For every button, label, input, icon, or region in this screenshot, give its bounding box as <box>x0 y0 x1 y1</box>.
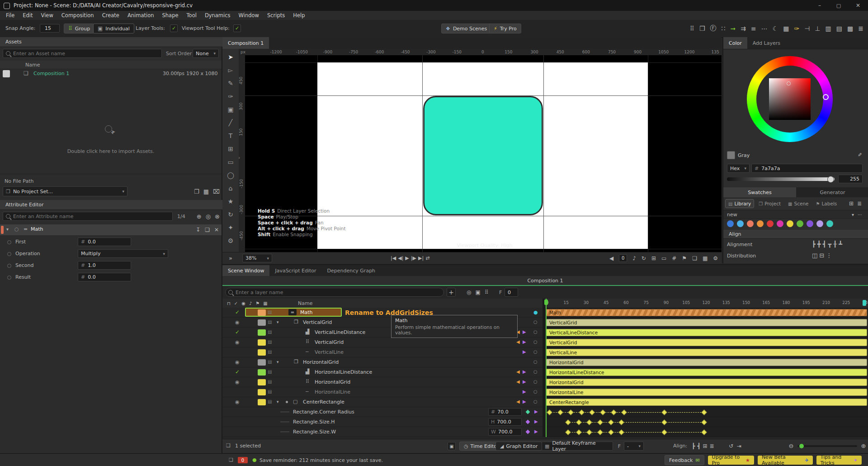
layer-row[interactable]: ◉▤⠿VerticalGrid◀▶○ <box>222 338 542 347</box>
attribute-search-input[interactable] <box>13 213 158 220</box>
project-set-dropdown[interactable]: ❐ No Project Set... ▾ <box>3 186 127 196</box>
audio-column-icon[interactable]: ♪ <box>249 301 252 306</box>
flag-column-icon[interactable]: ⚑ <box>255 301 259 306</box>
keyframe-diamond[interactable] <box>587 429 593 435</box>
keyframe-diamond[interactable] <box>611 409 617 415</box>
rotate-tool[interactable]: ↻ <box>223 209 238 220</box>
link-filter-icon[interactable]: ▣ <box>475 289 480 295</box>
solo-circle[interactable]: ○ <box>533 389 538 394</box>
ellipse-tool[interactable]: ◯ <box>223 170 238 181</box>
menu-create[interactable]: Create <box>98 11 123 20</box>
second-input[interactable]: #1.0 <box>78 261 131 270</box>
tab-scene-window[interactable]: Scene Window <box>222 265 269 276</box>
next-keyframe-icon[interactable]: ▶ <box>534 429 538 434</box>
menu-scripts[interactable]: Scripts <box>263 11 289 20</box>
attribute-value-box[interactable]: H700.0 <box>488 418 522 426</box>
layer-name[interactable]: CenterRectangle <box>303 399 344 405</box>
layer-name[interactable]: VerticalGrid <box>303 319 332 325</box>
alpha-slider-handle[interactable] <box>827 176 834 183</box>
arc-icon[interactable]: ☾ <box>773 25 778 32</box>
hue-indicator[interactable] <box>823 94 829 100</box>
layer-row[interactable]: ◉▤⠿HorizontalGrid◀▶○ <box>222 377 542 387</box>
timeline-track-row[interactable] <box>545 407 868 417</box>
draw-icon[interactable]: ✑ <box>794 25 799 32</box>
render-toggle-icon[interactable]: ▤ <box>268 359 272 364</box>
next-keyframe-icon[interactable]: ▶ <box>523 329 526 334</box>
loop-button[interactable]: ⇄ <box>425 255 429 261</box>
zoom-in-icon[interactable]: ⊕ <box>860 442 867 449</box>
attribute-value-box[interactable]: #70.0 <box>488 408 522 416</box>
popout-icon[interactable]: ❏ <box>205 227 210 233</box>
menu-shape[interactable]: Shape <box>158 11 183 20</box>
group-toggle-button[interactable]: ⠿ Group <box>64 24 94 33</box>
result-input[interactable]: #0.0 <box>78 273 131 281</box>
render-toggle-icon[interactable]: ▤ <box>268 329 272 334</box>
kf-align-right-icon[interactable]: ┫ <box>697 443 700 449</box>
frame-step-icon[interactable]: ◀ <box>609 255 613 262</box>
tab-add-layers[interactable]: Add Layers <box>747 37 786 49</box>
keyframe-diamond[interactable] <box>701 419 707 425</box>
keyframe-diamond[interactable] <box>701 429 707 435</box>
operation-dropdown[interactable]: Multiply▾ <box>78 249 168 258</box>
layer-color-swatch[interactable] <box>258 329 266 336</box>
tab-color[interactable]: Color <box>723 37 747 49</box>
frame-icon[interactable]: Ⓕ <box>710 24 717 33</box>
layer-track-bar[interactable]: HorizontalLineDistance <box>546 369 867 376</box>
frame-field-value[interactable]: 0 <box>505 288 518 297</box>
timeline-track-row[interactable] <box>545 427 868 437</box>
rectangle-tool[interactable]: ▭ <box>223 157 238 167</box>
menu-view[interactable]: View <box>37 11 57 20</box>
error-count-badge[interactable]: 0 <box>238 457 248 463</box>
group-collapse-icon[interactable]: ▾ <box>852 212 854 217</box>
layer-row[interactable]: ▤┄VerticalLine▶○ <box>222 347 542 357</box>
align-center-v-icon[interactable]: ╂ <box>833 241 837 247</box>
render-toggle-icon[interactable]: ▤ <box>268 349 272 354</box>
polygon-tool[interactable]: ⌂ <box>223 183 238 194</box>
render-toggle-icon[interactable]: ▤ <box>268 399 272 404</box>
layer-track-bar[interactable]: VerticalGrid <box>546 339 867 346</box>
keyframe-diamond[interactable] <box>661 419 667 425</box>
pen-tool[interactable]: ✑ <box>223 91 238 102</box>
tab-library[interactable]: ▤Library <box>725 199 754 208</box>
color-wheel[interactable] <box>747 56 833 142</box>
timeline-track-row[interactable]: HorizontalLine <box>545 387 868 397</box>
guides-icon[interactable]: # <box>672 255 676 262</box>
next-keyframe-icon[interactable]: ▶ <box>523 389 526 394</box>
swatch-group-header[interactable]: new ▾⋯ <box>723 210 868 219</box>
keyframe-diamond[interactable] <box>621 409 627 415</box>
keyframe-diamond[interactable] <box>597 429 603 435</box>
color-swatch[interactable] <box>816 220 823 227</box>
render-toggle-icon[interactable]: ▤ <box>268 389 272 394</box>
next-keyframe-icon[interactable]: ▶ <box>523 379 526 384</box>
next-keyframe-icon[interactable]: ▶ <box>523 399 526 404</box>
kf-snap-icon[interactable]: ⇥ <box>737 443 741 449</box>
render-toggle-icon[interactable]: ▤ <box>268 369 272 374</box>
prev-keyframe-icon[interactable]: ◀ <box>516 379 520 384</box>
timeline-ruler[interactable]: 0153045607590105120135150165180195210225… <box>545 299 868 308</box>
keyframe-diamond[interactable] <box>587 419 593 425</box>
attribute-value-box[interactable]: W700.0 <box>488 428 522 436</box>
keyframe-diamond[interactable] <box>618 419 624 425</box>
set-project-icon[interactable]: ▦ <box>203 188 209 195</box>
layer-track-bar[interactable]: VerticalLine <box>546 349 867 356</box>
layer-enable-checkbox[interactable]: ✓ <box>235 329 240 335</box>
composition-header[interactable]: Composition 1 <box>222 276 868 286</box>
frame-offset-value[interactable]: 0 <box>619 254 627 262</box>
kf-align-left-icon[interactable]: ┣ <box>692 443 695 449</box>
layer-row[interactable]: Rectangle.Size.HH700.0▶ <box>222 417 542 427</box>
color-swatch[interactable] <box>737 220 744 227</box>
keyframe-diamond[interactable] <box>600 409 606 415</box>
feedback-button[interactable]: Feedback✉ <box>665 455 704 465</box>
next-keyframe-icon[interactable]: ▶ <box>523 369 526 374</box>
menu-animation[interactable]: Animation <box>123 11 158 20</box>
center-rectangle-shape[interactable] <box>423 96 543 215</box>
screen-icon[interactable]: ▭ <box>661 255 666 262</box>
layer-name[interactable]: VerticalLine <box>315 349 344 355</box>
tab-project[interactable]: ❐Project <box>756 200 783 208</box>
layer-tools-checkbox[interactable]: ✓ <box>170 24 178 32</box>
layer-track-bar[interactable]: HorizontalGrid <box>546 359 867 366</box>
keyframe-diamond[interactable] <box>618 429 624 435</box>
group-more-icon[interactable]: ⋯ <box>858 212 862 217</box>
dot-grid-icon[interactable]: ⠿ <box>690 25 694 32</box>
solo-circle[interactable]: ○ <box>533 399 538 404</box>
